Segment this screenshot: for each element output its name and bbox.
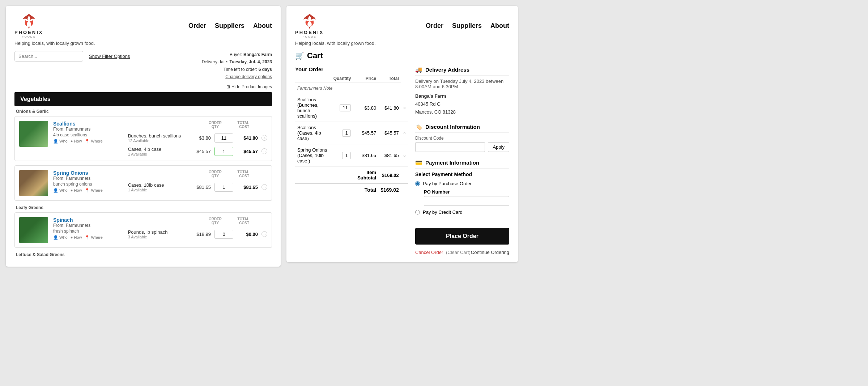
unit-name-2: Cases, 4lb case [128, 147, 189, 152]
hide-images-button[interactable]: ⊞ Hide Product Images [226, 84, 272, 89]
so-unit-avail-1: 1 Available [128, 188, 189, 192]
spinach-info: Spinach From: Farmrunners fresh spinach … [53, 217, 123, 240]
so-tag-where[interactable]: 📍 Where [85, 188, 102, 193]
total-row: Total $169.02 [295, 184, 408, 196]
right-logo-area: PHOENIX FOODS [295, 13, 324, 38]
discount-code-input[interactable] [415, 142, 485, 152]
scallions-total-1: $41.80 [237, 135, 258, 141]
payment-icon: 💳 [415, 159, 422, 166]
payment-section-title: 💳 Payment Information [415, 159, 509, 169]
spring-onions-tags: 👤 Who ● How 📍 Where [53, 188, 123, 193]
order-qty-header: ORDER QTY [206, 121, 225, 129]
unit-avail-2: 1 Available [128, 152, 189, 156]
so-unit-name-1: Cases, 10lb case [128, 182, 189, 188]
right-panel: PHOENIX FOODS Order Suppliers About Help… [286, 6, 518, 262]
po-number-input[interactable] [424, 196, 509, 206]
col-quantity: Quantity [331, 75, 353, 83]
sp-tag-how[interactable]: ● How [71, 235, 82, 240]
spring-onions-name[interactable]: Spring Onions [53, 170, 123, 176]
order-item-row-2: Spring Onions (Cases, 10lb case ) 1 $81.… [295, 144, 408, 167]
so-col-headers: ORDER QTY TOTAL COST [128, 170, 267, 178]
scallions-name[interactable]: Scallions [53, 121, 123, 127]
time-left-label: Time left to order: [224, 67, 258, 72]
delivery-section: 🚚 Delivery Address Delivery on Tuesday J… [415, 66, 509, 116]
scallions-total-2: $45.57 [237, 149, 258, 154]
filter-options-link[interactable]: Show Filter Options [89, 54, 130, 59]
spinach-from: From: Farmrunners [53, 223, 123, 228]
sp-tag-who[interactable]: 👤 Who [53, 235, 68, 240]
delivery-address-name: Banga's Farm [415, 92, 509, 100]
sp-unit-avail-1: 3 Available [128, 235, 189, 239]
discount-section: 🏷️ Discount Information Discount Code Ap… [415, 123, 509, 152]
order-total-2: $81.65 [378, 144, 401, 167]
delivery-date-line: Delivery on Tuesday July 4, 2023 between… [415, 79, 509, 89]
subtotal-label: Item Subtotal [353, 167, 378, 184]
continue-ordering-link[interactable]: Continue Ordering [471, 250, 509, 255]
sp-tag-where[interactable]: 📍 Where [85, 235, 102, 240]
unit-name-1: Bunches, bunch scallions [128, 133, 189, 139]
right-nav-order[interactable]: Order [426, 22, 443, 30]
cancel-order-link[interactable]: Cancel Order [415, 250, 443, 255]
scallions-remove-2[interactable]: ○ [261, 148, 267, 154]
order-qty-badge-0: 11 [340, 104, 351, 111]
scallions-remove-1[interactable]: ○ [261, 135, 267, 141]
payment-radio-cc[interactable] [415, 210, 420, 215]
spinach-image [19, 217, 48, 243]
cart-icon: 🛒 [295, 51, 304, 60]
spinach-name[interactable]: Spinach [53, 217, 123, 223]
sp-unit-name-1: Pounds, lb spinach [128, 229, 189, 235]
spring-onions-remove-1[interactable]: ○ [261, 184, 267, 190]
payment-radio-po[interactable] [415, 181, 420, 186]
delivery-icon: 🚚 [415, 66, 422, 73]
hide-images-label: Hide Product Images [231, 84, 272, 89]
order-total-0: $41.80 [378, 94, 401, 122]
spinach-unit-1: Pounds, lb spinach 3 Available [128, 229, 189, 239]
scallions-unit-1: Bunches, bunch scallions 12 Available [128, 133, 189, 143]
spinach-qty-input-1[interactable] [214, 230, 233, 239]
payment-option-po: Pay by Purchase Order [415, 181, 509, 186]
change-delivery-link[interactable]: Change delivery options [225, 74, 272, 79]
order-footer: Cancel Order (Clear Cart) Continue Order… [415, 250, 509, 255]
nav-about[interactable]: About [253, 22, 272, 30]
order-table: Quantity Price Total Farmrunners Note Sc… [295, 75, 408, 196]
col-price: Price [353, 75, 378, 83]
spinach-remove-1[interactable]: ○ [261, 231, 267, 237]
farmrunners-note-row: Farmrunners Note [295, 83, 408, 94]
product-card-spring-onions: Spring Onions From: Farmrunners bunch sp… [14, 165, 272, 201]
scallions-qty-input-1[interactable] [214, 133, 233, 143]
place-order-button[interactable]: Place Order [415, 228, 509, 245]
cart-title-text: Cart [307, 51, 323, 60]
tag-how[interactable]: ● How [71, 139, 82, 144]
product-card-scallions: Scallions From: Farmrunners 4lb case sca… [14, 116, 272, 161]
order-price-2: $81.65 [353, 144, 378, 167]
payment-title-text: Payment Information [425, 160, 479, 166]
nav-suppliers[interactable]: Suppliers [215, 22, 244, 30]
so-tag-how[interactable]: ● How [71, 188, 82, 193]
buyer-name: Banga's Farm [243, 52, 272, 57]
tag-where[interactable]: 📍 Where [85, 139, 102, 144]
order-item-row-0: Scallions (Bunches, bunch scallions) 11 … [295, 94, 408, 122]
right-header: PHOENIX FOODS Order Suppliers About [295, 13, 509, 38]
so-tag-who[interactable]: 👤 Who [53, 188, 68, 193]
scallions-qty-input-2[interactable] [214, 147, 233, 156]
right-nav-suppliers[interactable]: Suppliers [452, 22, 482, 30]
spring-onions-qty-input-1[interactable] [214, 183, 233, 192]
buyer-label: Buyer: [230, 52, 242, 57]
logo-area: PHOENIX FOODS [14, 13, 43, 38]
nav-order[interactable]: Order [188, 22, 206, 30]
clear-cart-link[interactable]: (Clear Cart) [446, 250, 471, 255]
col-headers: ORDER QTY TOTAL COST [128, 121, 267, 129]
search-input[interactable] [14, 51, 83, 61]
spring-onions-order-rows: ORDER QTY TOTAL COST Cases, 10lb case 1 … [128, 170, 267, 192]
payment-po-label: Pay by Purchase Order [423, 181, 472, 186]
delivery-address-2: Mancos, CO 81328 [415, 108, 509, 116]
right-nav-about[interactable]: About [490, 22, 509, 30]
search-buyer-row: Show Filter Options Buyer: Banga's Farm … [14, 51, 272, 81]
subtotal-row: Item Subtotal $169.02 [295, 167, 408, 184]
discount-section-title: 🏷️ Discount Information [415, 123, 509, 133]
tag-who[interactable]: 👤 Who [53, 139, 68, 144]
right-tagline: Helping locals, with locally grown food. [295, 41, 509, 46]
sp-order-qty-header: ORDER QTY [206, 217, 225, 225]
apply-discount-button[interactable]: Apply [488, 142, 509, 152]
svg-marker-0 [21, 14, 37, 29]
